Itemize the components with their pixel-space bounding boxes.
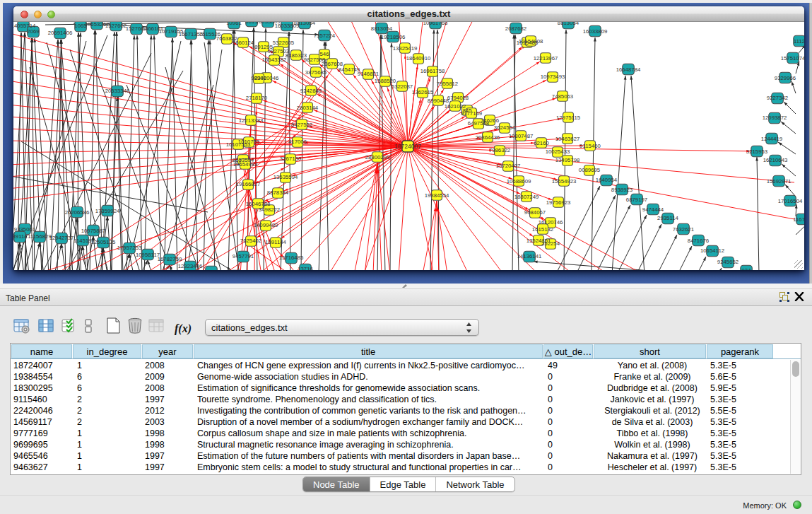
svg-text:12323446: 12323446 [178, 263, 203, 269]
svg-text:12942737: 12942737 [49, 235, 74, 241]
svg-text:14136141: 14136141 [517, 253, 542, 259]
svg-text:20691406: 20691406 [48, 30, 73, 36]
svg-text:7955812: 7955812 [437, 81, 458, 87]
svg-text:1362615: 1362615 [412, 89, 434, 95]
svg-text:8813054: 8813054 [294, 22, 316, 26]
svg-text:10107553: 10107553 [226, 141, 251, 148]
svg-text:12213383: 12213383 [239, 117, 264, 124]
svg-text:12093872: 12093872 [763, 115, 787, 121]
svg-text:924: 924 [741, 267, 751, 270]
svg-text:7632621: 7632621 [673, 226, 694, 233]
svg-text:2087682: 2087682 [505, 25, 526, 32]
svg-text:28300293: 28300293 [365, 154, 390, 160]
svg-text:62160: 62160 [534, 140, 549, 146]
svg-text:9474444: 9474444 [642, 206, 664, 213]
svg-text:13495798: 13495798 [555, 157, 580, 163]
svg-text:10975887: 10975887 [81, 228, 106, 234]
svg-text:10961768: 10961768 [423, 22, 448, 26]
svg-text:15654923: 15654923 [552, 178, 577, 185]
svg-text:19463627: 19463627 [555, 136, 580, 142]
svg-text:18724007: 18724007 [394, 143, 421, 150]
svg-text:19654983: 19654983 [233, 161, 258, 168]
svg-text:6497568: 6497568 [468, 120, 489, 127]
svg-text:1640954: 1640954 [596, 177, 618, 183]
svg-text:10154808: 10154808 [519, 38, 543, 45]
svg-text:7986322: 7986322 [489, 147, 510, 153]
svg-text:18640910: 18640910 [406, 55, 431, 62]
svg-text:417006: 417006 [288, 139, 307, 145]
svg-text:6879197: 6879197 [626, 197, 647, 203]
svg-text:16782759: 16782759 [158, 256, 182, 262]
svg-text:39114: 39114 [13, 233, 28, 240]
svg-text:16648784: 16648784 [616, 66, 641, 73]
svg-text:9335061: 9335061 [14, 226, 35, 233]
svg-text:9242848: 9242848 [300, 88, 322, 94]
svg-text:2718170: 2718170 [246, 95, 268, 101]
svg-text:20533346: 20533346 [105, 88, 130, 94]
svg-text:17016504: 17016504 [778, 198, 803, 204]
svg-text:9245652: 9245652 [717, 259, 739, 265]
svg-text:10961: 10961 [226, 22, 242, 26]
svg-text:9457791: 9457791 [233, 253, 254, 259]
svg-text:13325419: 13325419 [393, 45, 418, 52]
svg-text:7625402: 7625402 [240, 238, 261, 244]
svg-text:15716485: 15716485 [279, 255, 304, 261]
svg-text:12505135: 12505135 [91, 239, 116, 245]
svg-text:116753: 116753 [793, 216, 804, 223]
svg-text:26206586: 26206586 [65, 209, 90, 216]
svg-text:8938923: 8938923 [611, 187, 632, 193]
svg-text:10025433: 10025433 [546, 148, 570, 155]
svg-text:7357224: 7357224 [314, 33, 336, 39]
svg-text:15692971: 15692971 [767, 178, 792, 185]
svg-text:3215953: 3215953 [746, 148, 767, 155]
svg-text:8813054: 8813054 [371, 25, 393, 32]
svg-text:1691144: 1691144 [265, 239, 286, 245]
svg-text:5322605: 5322605 [273, 40, 295, 46]
svg-text:9146821: 9146821 [358, 71, 379, 77]
svg-text:16543382: 16543382 [262, 57, 287, 63]
svg-text:8471676: 8471676 [688, 238, 709, 244]
svg-text:19166827: 19166827 [236, 181, 261, 187]
svg-text:546: 546 [319, 51, 329, 57]
svg-text:19218506: 19218506 [381, 34, 406, 40]
svg-text:15751074: 15751074 [781, 55, 804, 62]
svg-text:13535594: 13535594 [273, 174, 298, 180]
svg-text:5322037: 5322037 [392, 83, 413, 90]
svg-text:12975115: 12975115 [556, 115, 581, 121]
svg-text:16120746: 16120746 [539, 219, 563, 226]
svg-text:114519: 114519 [73, 238, 91, 244]
svg-text:f(x): f(x) [175, 322, 192, 335]
svg-text:16210643: 16210643 [763, 157, 788, 163]
svg-text:1244419: 1244419 [761, 136, 782, 142]
svg-text:16033809: 16033809 [583, 28, 608, 35]
svg-text:98901: 98901 [251, 75, 266, 81]
svg-text:3624554: 3624554 [494, 124, 516, 131]
svg-text:9660124: 9660124 [233, 40, 254, 46]
svg-text:2935114: 2935114 [657, 215, 678, 221]
svg-text:0089695: 0089695 [579, 167, 601, 173]
svg-text:16961758: 16961758 [420, 68, 445, 74]
svg-text:9084067: 9084067 [524, 209, 546, 216]
svg-text:17359924: 17359924 [95, 208, 120, 214]
svg-text:2069: 2069 [27, 28, 39, 35]
svg-text:3875685: 3875685 [305, 69, 327, 76]
svg-text:19756923: 19756923 [546, 199, 571, 206]
svg-text:2803144: 2803144 [297, 105, 319, 111]
svg-text:20364436: 20364436 [476, 134, 500, 141]
svg-text:10973493: 10973493 [541, 74, 565, 80]
svg-text:8454749: 8454749 [339, 66, 360, 73]
svg-text:1615132: 1615132 [532, 226, 553, 233]
svg-text:10958117: 10958117 [136, 252, 160, 258]
svg-text:3498222: 3498222 [259, 206, 280, 213]
svg-text:3267130: 3267130 [280, 156, 302, 162]
svg-text:11156829: 11156829 [28, 233, 52, 240]
svg-text:19384554: 19384554 [425, 192, 449, 199]
svg-text:9227342: 9227342 [767, 95, 788, 101]
svg-text:10688609: 10688609 [507, 178, 531, 185]
svg-text:12213967: 12213967 [534, 55, 558, 62]
svg-text:7485063: 7485063 [552, 93, 573, 100]
svg-text:9777169: 9777169 [461, 110, 482, 117]
svg-text:14099489: 14099489 [254, 222, 278, 228]
svg-text:8878334: 8878334 [267, 189, 289, 196]
svg-text:17957253: 17957253 [117, 245, 142, 251]
